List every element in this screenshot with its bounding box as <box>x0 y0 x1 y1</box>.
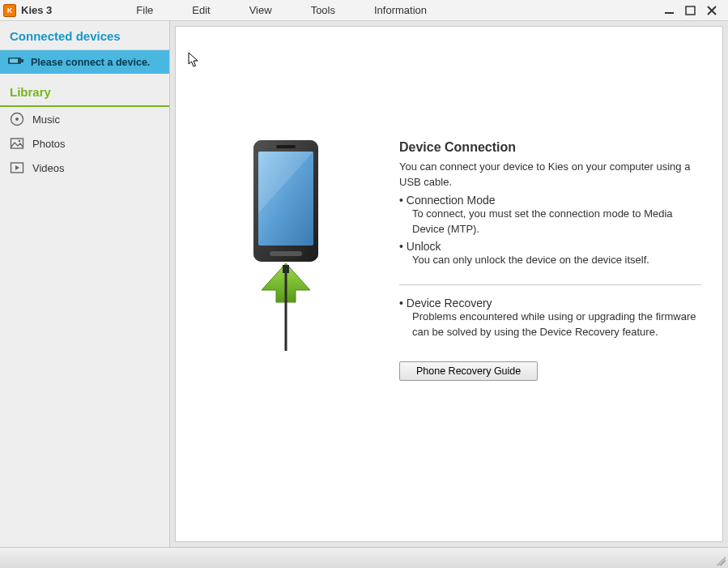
phone-icon <box>229 140 343 351</box>
status-bar <box>0 547 728 568</box>
app-title: Kies 3 <box>21 4 52 16</box>
menu-edit[interactable]: Edit <box>172 4 229 16</box>
maximize-button[interactable] <box>684 5 697 16</box>
music-icon <box>10 112 24 126</box>
connection-mode-text: To connect, you must set the connection … <box>412 207 701 237</box>
library-heading: Library <box>0 77 169 107</box>
content-panel: Device Connection You can connect your d… <box>175 26 723 542</box>
svg-rect-20 <box>283 265 289 273</box>
device-prompt-label: Please connect a device. <box>31 57 150 68</box>
svg-rect-9 <box>11 139 23 148</box>
sidebar-item-label: Photos <box>32 138 65 150</box>
window-controls <box>663 5 728 16</box>
svg-rect-21 <box>285 273 287 351</box>
device-recovery-text: Problems encountered while using or upgr… <box>412 310 701 340</box>
svg-rect-1 <box>686 6 695 15</box>
close-button[interactable] <box>705 5 718 16</box>
app-icon: K <box>3 4 16 17</box>
phone-illustration <box>197 140 375 351</box>
connection-mode-heading: Connection Mode <box>399 194 701 207</box>
svg-point-8 <box>15 117 19 121</box>
menu-view[interactable]: View <box>230 4 292 16</box>
photos-icon <box>10 136 24 151</box>
sidebar: Connected devices Please connect a devic… <box>0 21 170 547</box>
device-connection-desc: You can connect your device to Kies on y… <box>399 160 701 190</box>
menubar: K Kies 3 File Edit View Tools Informatio… <box>0 0 728 21</box>
sidebar-item-label: Videos <box>32 162 65 174</box>
unlock-heading: Unlock <box>399 240 701 253</box>
svg-rect-17 <box>276 145 296 148</box>
sidebar-item-music[interactable]: Music <box>0 107 169 131</box>
unlock-text: You can only unlock the device on the de… <box>412 253 701 268</box>
content-area: Device Connection You can connect your d… <box>170 21 728 547</box>
sidebar-item-label: Music <box>32 113 60 126</box>
menu-file[interactable]: File <box>117 4 172 16</box>
svg-marker-12 <box>15 165 19 170</box>
section-divider <box>399 284 701 285</box>
device-connection-title: Device Connection <box>399 140 701 155</box>
phone-recovery-guide-button[interactable]: Phone Recovery Guide <box>399 361 538 381</box>
device-recovery-heading: Device Recovery <box>399 297 701 310</box>
svg-rect-18 <box>270 251 302 256</box>
info-column: Device Connection You can connect your d… <box>399 140 701 381</box>
connected-devices-heading: Connected devices <box>0 21 169 50</box>
videos-icon <box>10 160 24 175</box>
menu-tools[interactable]: Tools <box>292 4 355 16</box>
svg-point-10 <box>19 140 21 143</box>
workspace: Connected devices Please connect a devic… <box>0 21 728 547</box>
resize-grip[interactable] <box>716 556 726 566</box>
minimize-button[interactable] <box>663 5 676 16</box>
svg-rect-5 <box>10 59 18 63</box>
sidebar-item-photos[interactable]: Photos <box>0 131 169 156</box>
device-icon <box>8 56 24 68</box>
svg-rect-6 <box>21 59 23 62</box>
sidebar-item-videos[interactable]: Videos <box>0 156 169 180</box>
menu-information[interactable]: Information <box>355 4 446 16</box>
device-connect-prompt[interactable]: Please connect a device. <box>0 50 169 74</box>
